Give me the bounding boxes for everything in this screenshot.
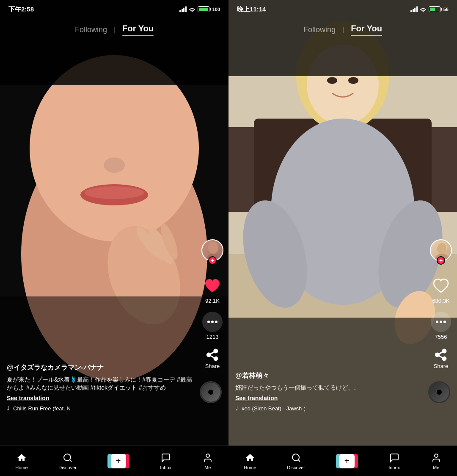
music-note-left: ♩: [7, 405, 10, 412]
home-icon-right: [245, 452, 256, 463]
nav-me-right[interactable]: Me: [431, 452, 442, 470]
home-icon-left: [16, 452, 27, 463]
music-row-right: ♩ xed (Siren Beat) - Jawsh (: [235, 405, 423, 412]
svg-point-35: [435, 454, 438, 457]
comment-button-right[interactable]: 7556: [431, 312, 451, 340]
like-count-right: 680.3K: [432, 298, 449, 304]
share-icon-left: [206, 348, 219, 361]
wifi-icon-right: [420, 7, 427, 12]
status-time-right: 晚上11:14: [237, 6, 266, 14]
nav-me-left[interactable]: Me: [202, 452, 213, 470]
plus-btn-left[interactable]: +: [107, 454, 129, 468]
nav-home-label-right: Home: [244, 465, 256, 470]
svg-point-4: [85, 186, 144, 199]
tab-for-you-right[interactable]: For You: [351, 24, 382, 36]
avatar-container-right[interactable]: +: [430, 239, 452, 261]
share-label-right: Share: [434, 363, 449, 369]
music-text-right: xed (Siren Beat) - Jawsh (: [242, 405, 305, 412]
svg-point-23: [348, 77, 358, 84]
battery-left: [198, 6, 209, 12]
status-time-left: 下午2:58: [8, 6, 34, 14]
comment-dots-icon-right: [436, 321, 446, 323]
status-icons-left: 100: [179, 6, 220, 12]
heart-icon-right: [431, 276, 451, 296]
spinning-record-right: [428, 381, 450, 403]
bottom-nav-left: Home Discover + Inbox: [0, 446, 228, 476]
caption-left: 夏が来た！プール&水着🩱最高！作品を楽しみに！#春夏コーデ #最高かもよ #みん…: [7, 376, 195, 392]
nav-plus-right[interactable]: +: [336, 454, 358, 468]
like-button-left[interactable]: 92.1K: [202, 276, 223, 304]
inbox-icon-left: [160, 452, 171, 463]
status-bar-right: 晚上11:14 56: [228, 0, 457, 19]
nav-home-label-left: Home: [15, 465, 28, 470]
username-right[interactable]: @若林萌々: [235, 371, 423, 380]
nav-tabs-left: Following | For You: [0, 19, 228, 41]
nav-home-right[interactable]: Home: [244, 452, 256, 470]
nav-me-label-right: Me: [433, 465, 439, 470]
like-count-left: 92.1K: [205, 298, 220, 304]
nav-home-left[interactable]: Home: [15, 452, 28, 470]
tab-following-right[interactable]: Following: [303, 25, 336, 34]
comment-count-left: 1213: [206, 334, 219, 340]
caption-right: 好評だったやつもう一個撮って似てるけど、、: [235, 384, 423, 392]
comment-button-left[interactable]: 1213: [202, 312, 223, 340]
comment-icon-wrap-right: [431, 312, 451, 332]
signal-icon-left: [179, 6, 187, 12]
video-area-left[interactable]: + 92.1K: [0, 0, 228, 446]
wifi-icon-left: [189, 7, 195, 12]
bottom-info-left: @イタズラなカメラマン-バナナ 夏が来た！プール&水着🩱最高！作品を楽しみに！#…: [7, 363, 195, 412]
share-button-left[interactable]: Share: [205, 348, 220, 369]
nav-inbox-right[interactable]: Inbox: [388, 452, 400, 470]
action-buttons-right: + 680.3K: [430, 239, 452, 369]
battery-text-left: 100: [212, 7, 220, 12]
svg-point-22: [327, 77, 337, 84]
plus-btn-right[interactable]: +: [336, 454, 358, 468]
avatar-container-left[interactable]: +: [201, 239, 223, 261]
discover-icon-left: [62, 452, 73, 463]
music-row-left: ♩ Chills Run Free (feat. N: [7, 405, 195, 412]
music-note-right: ♩: [235, 405, 238, 412]
comment-count-right: 7556: [435, 334, 447, 340]
comment-dots-icon-left: [207, 321, 217, 323]
follow-plus-left[interactable]: +: [208, 256, 217, 265]
tab-following-left[interactable]: Following: [75, 25, 107, 34]
signal-icon-right: [410, 6, 418, 12]
plus-inner-left: +: [111, 454, 126, 468]
share-button-right[interactable]: Share: [434, 348, 449, 369]
me-icon-left: [202, 452, 213, 463]
nav-inbox-label-right: Inbox: [388, 465, 400, 470]
nav-inbox-left[interactable]: Inbox: [160, 452, 171, 470]
battery-text-right: 56: [443, 7, 449, 12]
nav-divider-right: |: [342, 26, 344, 33]
svg-point-15: [206, 454, 209, 457]
nav-inbox-label-left: Inbox: [160, 465, 171, 470]
svg-point-32: [437, 243, 446, 254]
bottom-info-right: @若林萌々 好評だったやつもう一個撮って似てるけど、、 See translat…: [235, 371, 423, 412]
status-bar-left: 下午2:58 100: [0, 0, 228, 19]
battery-right: [429, 6, 440, 12]
follow-plus-right[interactable]: +: [437, 256, 445, 265]
see-translation-right[interactable]: See translation: [235, 395, 423, 401]
svg-point-14: [64, 454, 71, 461]
svg-point-34: [292, 454, 299, 461]
username-left[interactable]: @イタズラなカメラマン-バナナ: [7, 363, 195, 372]
status-icons-right: 56: [410, 6, 449, 12]
nav-discover-label-left: Discover: [58, 465, 77, 470]
nav-divider-left: |: [114, 26, 116, 33]
tab-for-you-left[interactable]: For You: [122, 24, 154, 36]
nav-plus-left[interactable]: +: [107, 454, 129, 468]
inbox-icon-right: [389, 452, 400, 463]
bottom-nav-right: Home Discover + Inbox: [228, 446, 457, 476]
phone-right: 晚上11:14 56 Following | For You: [228, 0, 457, 476]
discover-icon-right: [291, 452, 302, 463]
nav-discover-left[interactable]: Discover: [58, 452, 77, 470]
action-buttons-left: + 92.1K: [201, 239, 223, 369]
video-area-right[interactable]: + 680.3K: [228, 0, 457, 446]
svg-point-12: [208, 242, 218, 254]
see-translation-left[interactable]: See translation: [7, 395, 195, 401]
like-button-right[interactable]: 680.3K: [431, 276, 451, 304]
share-label-left: Share: [205, 363, 220, 369]
plus-inner-right: +: [339, 454, 355, 468]
nav-discover-right[interactable]: Discover: [287, 452, 305, 470]
comment-icon-wrap-left: [202, 312, 223, 332]
